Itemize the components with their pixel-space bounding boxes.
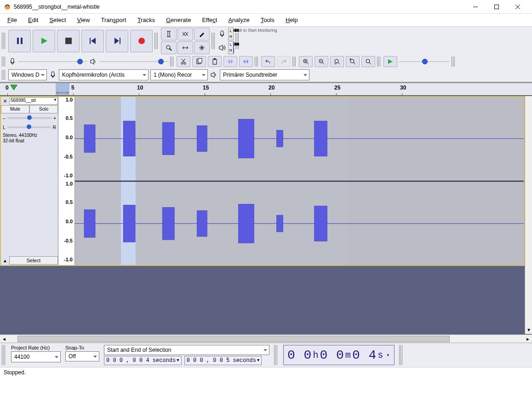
horizontal-scrollbar[interactable]: ◂ ▸ bbox=[0, 334, 532, 343]
menu-effect[interactable]: Effect bbox=[197, 15, 222, 25]
trim-button[interactable] bbox=[223, 56, 237, 67]
project-rate-combo[interactable]: 44100 bbox=[11, 351, 61, 362]
cut-button[interactable] bbox=[177, 56, 190, 67]
copy-button[interactable] bbox=[192, 56, 206, 67]
mic-icon bbox=[49, 71, 57, 79]
paste-button[interactable] bbox=[208, 56, 222, 67]
menu-select[interactable]: Select bbox=[45, 15, 70, 25]
track-close-button[interactable]: × bbox=[1, 97, 9, 105]
selection-start-field[interactable]: 0 0 0 , 0 0 4 seconds▼ bbox=[104, 356, 182, 365]
selection-end-field[interactable]: 0 0 0 , 0 0 5 seconds▼ bbox=[184, 356, 262, 365]
track-name-dropdown[interactable]: 568995__str bbox=[9, 97, 58, 105]
timeline-ruler[interactable]: 051015202530 bbox=[0, 83, 532, 96]
svg-rect-40 bbox=[162, 207, 174, 240]
menu-edit[interactable]: Edit bbox=[23, 15, 43, 25]
waveform-area[interactable] bbox=[75, 97, 524, 265]
redo-button[interactable] bbox=[277, 56, 291, 67]
menu-view[interactable]: View bbox=[73, 15, 95, 25]
minimize-button[interactable] bbox=[465, 0, 486, 14]
undo-button[interactable] bbox=[261, 56, 275, 67]
selection-mode-combo[interactable]: Start and End of Selection bbox=[104, 345, 269, 355]
toolbar-grip[interactable] bbox=[235, 33, 239, 49]
ruler-label: 10 bbox=[137, 85, 143, 91]
toolbar-grip[interactable] bbox=[2, 56, 6, 67]
pan-right-label: R bbox=[53, 125, 56, 130]
draw-tool-button[interactable] bbox=[194, 28, 210, 40]
mute-button[interactable]: Mute bbox=[1, 105, 29, 113]
toolbar-grip[interactable] bbox=[292, 56, 296, 67]
svg-marker-7 bbox=[41, 38, 47, 44]
pause-button[interactable] bbox=[8, 30, 31, 52]
stop-button[interactable] bbox=[57, 30, 80, 52]
play-speed-slider[interactable] bbox=[399, 58, 450, 65]
zoom-selection-button[interactable] bbox=[330, 56, 344, 67]
playback-device-combo[interactable]: Primärer Soundtreiber bbox=[220, 69, 309, 80]
scroll-right-button[interactable]: ▸ bbox=[524, 336, 532, 342]
time-position-display[interactable]: 0 0h 0 0m 0 4s ▾ bbox=[283, 345, 395, 365]
toolbar-grip[interactable] bbox=[212, 33, 215, 49]
waveform-right-channel[interactable] bbox=[75, 182, 524, 265]
zoom-toggle-button[interactable] bbox=[361, 56, 375, 67]
solo-button[interactable]: Solo bbox=[29, 105, 58, 113]
menu-analyze[interactable]: Analyze bbox=[223, 15, 254, 25]
svg-rect-30 bbox=[84, 125, 95, 153]
selection-tool-button[interactable] bbox=[161, 28, 177, 40]
track-select-button[interactable]: Select bbox=[9, 256, 58, 265]
zoom-tool-button[interactable] bbox=[161, 41, 177, 54]
envelope-tool-button[interactable] bbox=[177, 28, 193, 40]
skip-end-button[interactable] bbox=[106, 30, 128, 52]
play-button[interactable] bbox=[33, 30, 55, 52]
toolbar-grip[interactable] bbox=[170, 56, 174, 67]
toolbar-grip[interactable] bbox=[2, 345, 6, 365]
toolbar-grip[interactable] bbox=[274, 345, 278, 365]
toolbar-grip[interactable] bbox=[255, 56, 258, 67]
meter-label-L: L bbox=[229, 28, 233, 33]
record-volume-slider[interactable] bbox=[18, 58, 87, 65]
speaker-icon bbox=[210, 71, 218, 79]
toolbar-grip[interactable] bbox=[399, 345, 403, 365]
record-meter[interactable]: L -54 -48 -42 Click to Start Monitoring … bbox=[228, 28, 234, 40]
play-at-speed-button[interactable] bbox=[383, 56, 397, 67]
loop-handles[interactable] bbox=[56, 90, 69, 95]
pan-left-label: L bbox=[3, 125, 6, 130]
menu-help[interactable]: Help bbox=[281, 15, 303, 25]
close-button[interactable] bbox=[507, 0, 528, 14]
playback-volume-slider[interactable] bbox=[99, 58, 168, 65]
toolbar-grip[interactable] bbox=[2, 33, 6, 49]
menu-file[interactable]: File bbox=[3, 15, 22, 25]
record-channels-combo[interactable]: 1 (Mono) Recor bbox=[150, 69, 208, 80]
silence-button[interactable] bbox=[239, 56, 253, 67]
maximize-button[interactable] bbox=[486, 0, 507, 14]
toolbar-grip[interactable] bbox=[377, 56, 381, 67]
menu-tools[interactable]: Tools bbox=[256, 15, 279, 25]
svg-rect-34 bbox=[238, 119, 254, 158]
toolbar-grip[interactable] bbox=[2, 70, 6, 80]
timeshift-tool-button[interactable] bbox=[177, 41, 193, 54]
menu-tracks[interactable]: Tracks bbox=[133, 15, 160, 25]
snap-to-combo[interactable]: Off bbox=[65, 351, 99, 361]
scroll-left-button[interactable]: ◂ bbox=[0, 336, 8, 342]
waveform-left-channel[interactable] bbox=[75, 97, 524, 182]
toolbar-grip[interactable] bbox=[154, 33, 158, 49]
record-device-combo[interactable]: Kopfhörermikrofon (Arctis bbox=[59, 69, 149, 80]
playback-meter[interactable]: L -54 -48 -42 -36 -30 -24 -18 -12 -6 0 bbox=[228, 41, 234, 54]
gain-slider[interactable] bbox=[7, 117, 52, 119]
ruler-label: 0 bbox=[6, 85, 9, 91]
track-collapse-button[interactable]: ▲ bbox=[1, 258, 9, 263]
window-title: 568995__strongbot__metal-whistle bbox=[14, 4, 465, 10]
record-button[interactable] bbox=[130, 30, 153, 52]
zoom-in-button[interactable] bbox=[299, 56, 313, 67]
pan-slider[interactable] bbox=[7, 126, 51, 128]
toolbar-grip[interactable] bbox=[452, 56, 455, 67]
zoom-out-button[interactable] bbox=[315, 56, 328, 67]
menu-transport[interactable]: Transport bbox=[96, 15, 131, 25]
audio-host-combo[interactable]: Windows D bbox=[8, 69, 47, 80]
multi-tool-button[interactable] bbox=[194, 41, 210, 54]
skip-start-button[interactable] bbox=[81, 30, 104, 52]
svg-rect-44 bbox=[315, 206, 327, 241]
vertical-scrollbar[interactable]: ▾ bbox=[525, 96, 532, 334]
status-bar: Stopped. bbox=[0, 367, 532, 378]
zoom-fit-button[interactable] bbox=[346, 56, 360, 67]
menu-generate[interactable]: Generate bbox=[161, 15, 195, 25]
svg-marker-27 bbox=[388, 59, 393, 64]
